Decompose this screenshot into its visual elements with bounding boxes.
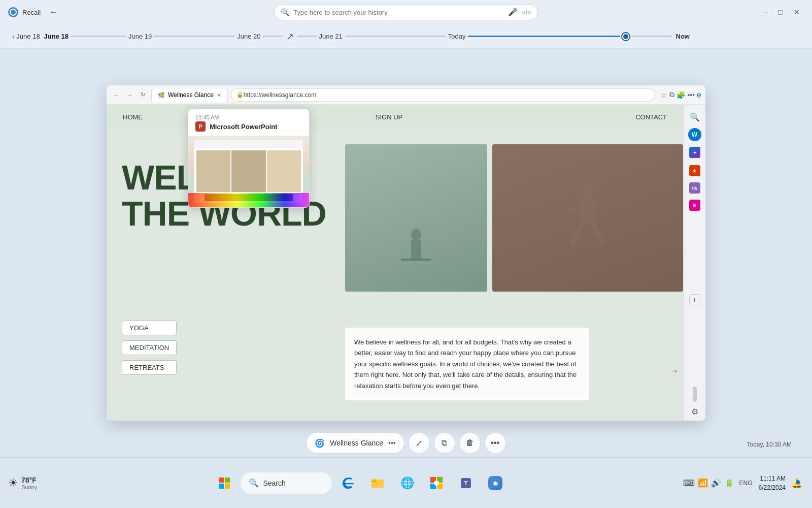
source-more-icon[interactable]: ••• [388,439,396,447]
wellness-description: We believe in wellness for all, and for … [345,328,589,400]
browser-controls: ← → ↻ [111,89,148,101]
more-button[interactable]: ••• [485,432,506,454]
url-text: https://wellnessglance.com [244,91,316,99]
chevron-left-icon: ‹ [12,33,14,40]
timeline-june18[interactable]: June 18 [44,33,69,40]
timeline-june20[interactable]: June 20 [237,33,260,40]
timeline-june19[interactable]: June 19 [128,33,152,40]
svg-rect-8 [219,478,224,483]
wellness-category-links: YOGA MEDITATION RETREATS [122,321,177,375]
nav-home[interactable]: HOME [123,113,143,121]
taskbar-search-bar[interactable]: 🔍 Search [241,472,332,494]
source-label: Wellness Glance [330,439,383,447]
timeline-bar-5 [345,36,446,37]
wifi-icon[interactable]: 📶 [698,478,708,488]
maximize-button[interactable]: □ [773,5,788,19]
title-bar-center: 🔍 🎤 </> [69,4,743,20]
copy-button[interactable]: ⧉ [434,432,455,454]
recall-taskbar-button[interactable]: ◉ [482,470,509,496]
keyboard-icon[interactable]: ⌨ [683,478,695,488]
bottom-action-bar: 🌀 Wellness Glance ••• ⤢ ⧉ 🗑 ••• [0,429,812,457]
sidebar-copilot-icon[interactable]: ✦ [687,144,703,161]
close-button[interactable]: ✕ [790,5,804,19]
edge-taskbar-button[interactable] [335,470,361,496]
files-taskbar-button[interactable] [364,470,391,496]
history-search-input[interactable] [293,9,504,16]
address-bar[interactable]: 🔒 https://wellnessglance.com [231,88,655,102]
battery-icon[interactable]: 🔋 [724,478,734,488]
svg-point-3 [582,185,594,200]
timeline-bar-1 [71,36,126,37]
store-taskbar-button[interactable] [423,470,450,496]
retreats-link[interactable]: RETREATS [122,360,177,375]
collections-icon[interactable]: ⧉ [669,90,674,99]
description-arrow[interactable]: → [665,362,683,380]
svg-rect-10 [219,484,224,489]
start-button[interactable] [211,470,238,496]
notification-button[interactable]: 🔔 [790,476,804,490]
tab-close-icon[interactable]: ✕ [217,92,221,99]
timeline-june21[interactable]: June 21 [319,33,343,40]
weather-widget[interactable]: ☀ 78°F Sunny [8,476,37,490]
lock-icon: 🔒 [236,91,244,98]
timeline-today[interactable]: Today [448,33,466,40]
wellness-image-left [345,144,487,292]
timeline-back-button[interactable]: ‹ June 18 [12,33,40,40]
nav-contact[interactable]: CONTACT [635,113,667,121]
title-bar: Recall ← 🔍 🎤 </> — □ ✕ [0,0,812,24]
nav-back[interactable]: ← [49,7,58,18]
source-pill[interactable]: 🌀 Wellness Glance ••• [306,432,404,454]
browser-chrome: ← → ↻ 🌿 Wellness Glance ✕ 🔒 https://well… [107,85,705,105]
sidebar-add-icon[interactable]: + [689,294,700,305]
wellness-description-block: We believe in wellness for all, and for … [345,328,642,400]
timeline-bar-2 [154,36,235,37]
browser-forward[interactable]: → [124,89,135,101]
clock-time: 11:11 AM [759,474,786,483]
ppt-app-name: Microsoft PowerPoint [210,123,278,131]
browser-back[interactable]: ← [111,89,122,101]
ppt-time: 11:45 AM [195,114,302,120]
mic-icon[interactable]: 🎤 [508,8,518,17]
svg-rect-1 [411,240,421,260]
svg-point-19 [434,481,439,486]
sidebar-scroll-indicator [693,387,697,402]
browser-tab-active[interactable]: 🌿 Wellness Glance ✕ [151,88,228,102]
weather-desc: Sunny [21,484,37,490]
delete-button[interactable]: 🗑 [459,432,481,454]
expand-button[interactable]: ⤢ [409,432,430,454]
ppt-rainbow [188,193,309,207]
timeline-bar-now [631,36,672,37]
sidebar-settings-icon[interactable]: ⚙ [691,407,698,417]
sidebar-search-icon[interactable]: 🔍 [687,109,703,125]
sidebar-profile-icon[interactable]: W [688,128,701,141]
nav-signup[interactable]: SIGN UP [376,113,402,121]
minimize-button[interactable]: — [757,5,771,19]
sidebar-tools-icon[interactable]: ⚙ [689,200,700,211]
extension-icon[interactable]: 🧩 [676,91,685,99]
ppt-popup[interactable]: 11:45 AM P Microsoft PowerPoint [188,109,310,208]
ppt-img-2 [231,150,265,192]
source-icon: 🌀 [315,438,325,448]
sidebar-collections-icon[interactable]: ★ [689,165,700,176]
browser-sidebar: 🔍 W ✦ ★ 🛍 ⚙ + [683,105,705,421]
sidebar-shopping-icon[interactable]: 🛍 [689,182,700,194]
code-icon[interactable]: </> [522,9,531,16]
taskbar: ☀ 78°F Sunny 🔍 Search [0,457,812,508]
system-clock[interactable]: 11:11 AM 6/22/2024 [759,474,786,492]
svg-text:T: T [464,480,468,486]
browser-menu-icon[interactable]: ••• [687,91,695,99]
browser-refresh[interactable]: ↻ [137,89,148,101]
timeline-bar-4 [297,36,317,37]
svg-line-7 [593,223,603,243]
browser-taskbar-button[interactable]: 🌐 [394,470,420,496]
fav-icon[interactable]: ☆ [661,91,667,99]
volume-icon[interactable]: 🔊 [711,478,721,488]
weather-info: 78°F Sunny [21,476,37,490]
meditation-link[interactable]: MEDITATION [122,340,177,355]
tab-title: Wellness Glance [168,91,214,99]
weather-temp: 78°F [21,476,37,484]
history-search-bar[interactable]: 🔍 🎤 </> [274,4,538,20]
yoga-link[interactable]: YOGA [122,321,177,335]
teams-taskbar-button[interactable]: T [453,470,479,496]
language-indicator[interactable]: ENG [739,480,753,487]
